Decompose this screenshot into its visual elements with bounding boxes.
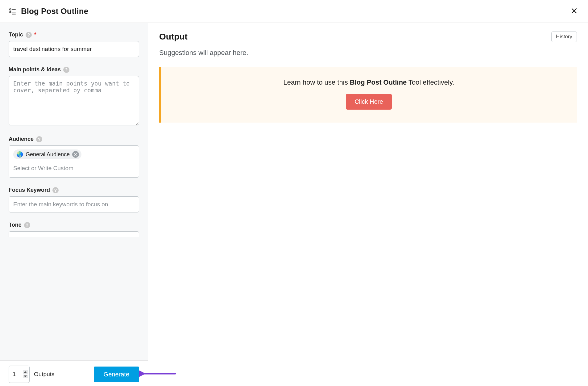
label-row-audience: Audience ?	[9, 136, 139, 142]
header-bar: Blog Post Outline	[0, 0, 588, 23]
output-title: Output	[159, 32, 188, 42]
label-row-focus-keyword: Focus Keyword ?	[9, 187, 139, 193]
learn-bold: Blog Post Outline	[350, 78, 407, 86]
svg-rect-0	[10, 9, 11, 10]
form-area: Topic ? * Main points & ideas ? Audience…	[0, 23, 148, 360]
main-points-textarea[interactable]	[9, 76, 139, 125]
field-tone: Tone ?	[9, 222, 139, 237]
main-points-label: Main points & ideas	[9, 66, 61, 73]
audience-label: Audience	[9, 136, 34, 142]
chevron-up-icon	[24, 371, 27, 373]
close-button[interactable]	[569, 6, 579, 17]
output-placeholder: Suggestions will appear here.	[159, 49, 577, 57]
stepper-up-button[interactable]	[23, 370, 28, 374]
help-icon[interactable]: ?	[26, 32, 32, 38]
field-topic: Topic ? *	[9, 31, 139, 57]
learn-text: Learn how to use this Blog Post Outline …	[167, 78, 571, 86]
svg-point-2	[10, 11, 11, 13]
focus-keyword-input[interactable]	[9, 196, 139, 212]
chevron-down-icon	[24, 376, 27, 377]
field-audience: Audience ? 🌏 General Audience ✕	[9, 136, 139, 178]
stepper-controls	[23, 370, 28, 378]
learn-card: Learn how to use this Blog Post Outline …	[159, 67, 577, 123]
chip-remove-button[interactable]: ✕	[72, 151, 79, 158]
left-panel: Topic ? * Main points & ideas ? Audience…	[0, 23, 148, 386]
right-panel: Output History Suggestions will appear h…	[148, 23, 588, 386]
learn-prefix: Learn how to use this	[284, 78, 350, 86]
field-main-points: Main points & ideas ?	[9, 66, 139, 127]
label-row-main-points: Main points & ideas ?	[9, 66, 139, 73]
help-icon[interactable]: ?	[52, 187, 59, 193]
globe-icon: 🌏	[16, 151, 23, 158]
help-icon[interactable]: ?	[36, 136, 42, 142]
topic-input[interactable]	[9, 41, 139, 57]
page-title: Blog Post Outline	[21, 6, 88, 16]
audience-chip-label: General Audience	[26, 151, 70, 158]
stepper-down-button[interactable]	[23, 375, 28, 378]
outline-icon	[9, 7, 17, 15]
main-split: Topic ? * Main points & ideas ? Audience…	[0, 23, 588, 386]
audience-box[interactable]: 🌏 General Audience ✕	[9, 145, 139, 178]
close-icon	[570, 11, 578, 16]
field-focus-keyword: Focus Keyword ?	[9, 187, 139, 212]
label-row-tone: Tone ?	[9, 222, 139, 228]
topic-label: Topic	[9, 31, 23, 38]
left-footer: Outputs Generate	[0, 360, 148, 386]
label-row-topic: Topic ? *	[9, 31, 139, 38]
tone-label: Tone	[9, 222, 22, 228]
generate-button[interactable]: Generate	[94, 367, 139, 382]
click-here-button[interactable]: Click Here	[346, 94, 391, 110]
required-star: *	[34, 31, 36, 38]
learn-suffix: Tool effectively.	[407, 78, 454, 86]
help-icon[interactable]: ?	[24, 222, 30, 228]
help-icon[interactable]: ?	[63, 67, 69, 73]
audience-chip: 🌏 General Audience ✕	[13, 149, 81, 159]
audience-custom-input[interactable]	[13, 164, 135, 174]
outputs-label: Outputs	[34, 371, 55, 378]
x-icon: ✕	[74, 152, 77, 157]
output-header: Output History	[159, 31, 577, 42]
focus-keyword-label: Focus Keyword	[9, 187, 50, 193]
history-button[interactable]: History	[551, 31, 577, 42]
tone-input-cutoff[interactable]	[9, 231, 139, 237]
header-left: Blog Post Outline	[9, 6, 88, 16]
outputs-stepper[interactable]	[9, 366, 30, 383]
